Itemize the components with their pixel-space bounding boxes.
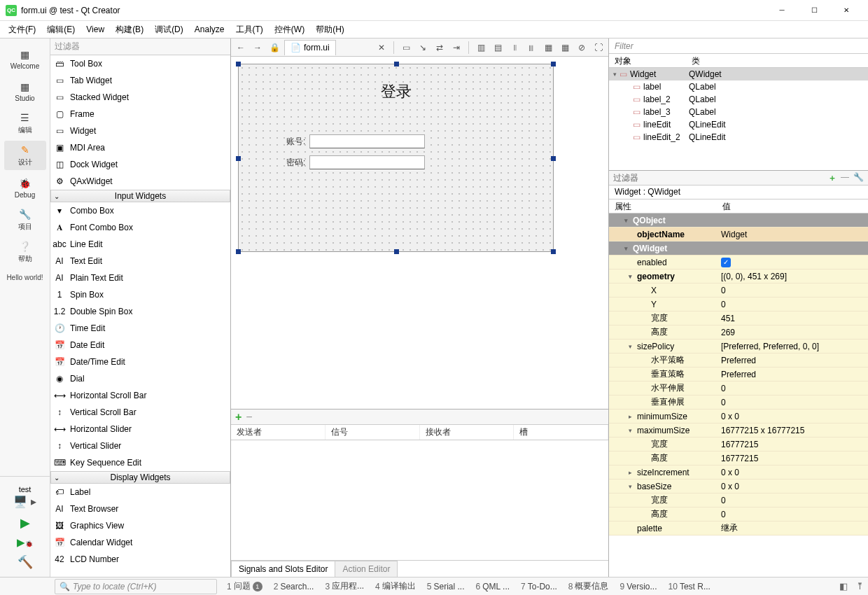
forward-button[interactable]: → xyxy=(251,41,265,55)
locator-input[interactable]: 🔍 Type to locate (Ctrl+K) xyxy=(55,579,217,594)
layout-vbox-icon[interactable]: ▤ xyxy=(491,41,505,55)
property-value[interactable]: [(0, 0), 451 x 269] xyxy=(717,272,868,281)
property-row[interactable]: 高度16777215 xyxy=(609,451,868,465)
col-class[interactable]: 类 xyxy=(686,54,706,67)
layout-hsplit-icon[interactable]: ⫴ xyxy=(507,41,522,55)
widget-item[interactable]: 🖼Graphics View xyxy=(50,517,230,534)
design-canvas[interactable]: 登录 账号: 密码: xyxy=(231,57,608,409)
layout-form-icon[interactable]: ▦ xyxy=(558,41,572,55)
debug-run-button[interactable]: ▶🐞 xyxy=(17,536,33,549)
property-row[interactable]: ▸minimumSize0 x 0 xyxy=(609,410,868,424)
widget-item[interactable]: AIPlain Text Edit xyxy=(50,270,230,286)
col-sender[interactable]: 发送者 xyxy=(231,425,326,440)
property-value[interactable]: 0 x 0 xyxy=(717,468,868,477)
property-row[interactable]: ▾QWidget xyxy=(609,241,868,255)
minimize-button[interactable]: ─ xyxy=(766,0,798,21)
widget-group-header[interactable]: ⌄Input Widgets xyxy=(50,190,230,202)
form-title-label[interactable]: 登录 xyxy=(239,81,553,102)
object-row[interactable]: ▭ label_3QLabel xyxy=(609,106,868,118)
monitor-icon[interactable]: 🖥️ ▸ xyxy=(13,495,36,508)
widget-group-header[interactable]: ⌄Display Widgets xyxy=(50,471,230,484)
property-row[interactable]: 水平策略Preferred xyxy=(609,354,868,368)
mode-studio[interactable]: ▦Studio xyxy=(4,76,46,106)
widget-list[interactable]: 🗃Tool Box▭Tab Widget▭Stacked Widget▢Fram… xyxy=(50,55,230,577)
property-value[interactable]: [Preferred, Preferred, 0, 0] xyxy=(717,342,868,351)
property-row[interactable]: ▸sizeIncrement0 x 0 xyxy=(609,465,868,479)
property-value[interactable]: 继承 xyxy=(717,522,868,534)
widget-item[interactable]: ▭Stacked Widget xyxy=(50,89,230,106)
output-pane-item[interactable]: 2 Search... xyxy=(268,582,320,592)
widget-item[interactable]: ◉Dial xyxy=(50,370,230,387)
menu-build[interactable]: 构建(B) xyxy=(111,22,148,37)
mode-welcome[interactable]: ▦Welcome xyxy=(4,44,46,74)
object-row[interactable]: ▾ ▭ WidgetQWidget xyxy=(609,68,868,80)
expand-icon[interactable]: ▾ xyxy=(626,273,634,280)
property-row[interactable]: ▾QObject xyxy=(609,214,868,227)
property-value[interactable]: 16777215 xyxy=(717,440,868,449)
property-value[interactable]: 0 xyxy=(717,510,868,519)
property-row[interactable]: 高度0 xyxy=(609,507,868,522)
expand-icon[interactable]: ▸ xyxy=(626,469,634,476)
property-value[interactable]: 0 x 0 xyxy=(717,482,868,491)
signals-body[interactable] xyxy=(231,440,608,560)
col-signal[interactable]: 信号 xyxy=(326,425,420,440)
menu-widgets[interactable]: 控件(W) xyxy=(270,22,309,37)
widget-item[interactable]: ▭Widget xyxy=(50,122,230,139)
settings-icon[interactable]: 🔧 xyxy=(853,172,864,184)
mode-edit[interactable]: ☰编辑 xyxy=(4,108,46,138)
output-pane-item[interactable]: 4 编译输出 xyxy=(370,580,421,592)
widget-item[interactable]: 42LCD Number xyxy=(50,551,230,568)
widget-item[interactable]: 📅Calendar Widget xyxy=(50,534,230,551)
widget-item[interactable]: AIText Browser xyxy=(50,500,230,517)
output-pane-item[interactable]: 9 Versio... xyxy=(614,582,662,592)
lock-icon[interactable]: 🔒 xyxy=(267,41,281,55)
object-row[interactable]: ▭ labelQLabel xyxy=(609,80,868,93)
edit-widgets-icon[interactable]: ▭ xyxy=(399,41,413,55)
widget-item[interactable]: ▭Tab Widget xyxy=(50,72,230,89)
property-row[interactable]: ▾baseSize0 x 0 xyxy=(609,479,868,493)
widget-item[interactable]: 1.2Double Spin Box xyxy=(50,303,230,320)
widget-item[interactable]: 1Spin Box xyxy=(50,286,230,303)
layout-grid-icon[interactable]: ▦ xyxy=(541,41,555,55)
property-value[interactable]: 0 xyxy=(717,398,868,407)
col-object[interactable]: 对象 xyxy=(609,54,686,67)
resize-handle[interactable] xyxy=(394,249,399,254)
widget-item[interactable]: 🏷Label xyxy=(50,484,230,500)
widget-item[interactable]: ↕Vertical Slider xyxy=(50,438,230,454)
menu-debug[interactable]: 调试(D) xyxy=(150,22,188,37)
break-layout-icon[interactable]: ⊘ xyxy=(575,41,589,55)
maximize-button[interactable]: ☐ xyxy=(798,0,830,21)
property-row[interactable]: 水平伸展0 xyxy=(609,382,868,396)
run-button[interactable]: ▶ xyxy=(20,515,30,531)
output-pane-item[interactable]: 1 问题 1 xyxy=(221,580,268,592)
password-input[interactable] xyxy=(309,155,425,169)
menu-edit[interactable]: 编辑(E) xyxy=(43,22,79,37)
expand-icon[interactable]: ▾ xyxy=(626,483,634,490)
property-value[interactable]: ✓ xyxy=(717,257,868,267)
object-row[interactable]: ▭ lineEdit_2QLineEdit xyxy=(609,131,868,144)
property-row[interactable]: ▾geometry[(0, 0), 451 x 269] xyxy=(609,270,868,284)
property-row[interactable]: palette继承 xyxy=(609,522,868,536)
close-button[interactable]: ✕ xyxy=(830,0,862,21)
layout-hbox-icon[interactable]: ▥ xyxy=(474,41,488,55)
property-row[interactable]: enabled✓ xyxy=(609,255,868,270)
property-value[interactable]: 0 xyxy=(717,286,868,295)
widget-item[interactable]: ⟷Horizontal Scroll Bar xyxy=(50,387,230,404)
resize-handle[interactable] xyxy=(551,62,556,66)
resize-handle[interactable] xyxy=(236,249,241,254)
property-value[interactable]: Preferred xyxy=(717,370,868,379)
property-row[interactable]: 垂直策略Preferred xyxy=(609,368,868,382)
object-row[interactable]: ▭ lineEditQLineEdit xyxy=(609,118,868,131)
property-value[interactable]: 0 x 0 xyxy=(717,412,868,421)
menu-file[interactable]: 文件(F) xyxy=(4,22,40,37)
account-input[interactable] xyxy=(309,134,425,148)
widget-item[interactable]: ⟷Horizontal Slider xyxy=(50,421,230,438)
output-pane-item[interactable]: 10 Test R... xyxy=(663,582,716,592)
property-value[interactable]: 16777215 x 16777215 xyxy=(717,426,868,435)
build-button[interactable]: 🔨 xyxy=(18,554,33,570)
widget-item[interactable]: 🗃Tool Box xyxy=(50,55,230,72)
close-pane-icon[interactable]: ◧ xyxy=(835,581,852,592)
widget-item[interactable]: abcLine Edit xyxy=(50,236,230,253)
widgetbox-filter[interactable]: 过滤器 xyxy=(50,38,230,55)
output-pane-item[interactable]: 8 概要信息 xyxy=(563,580,615,592)
